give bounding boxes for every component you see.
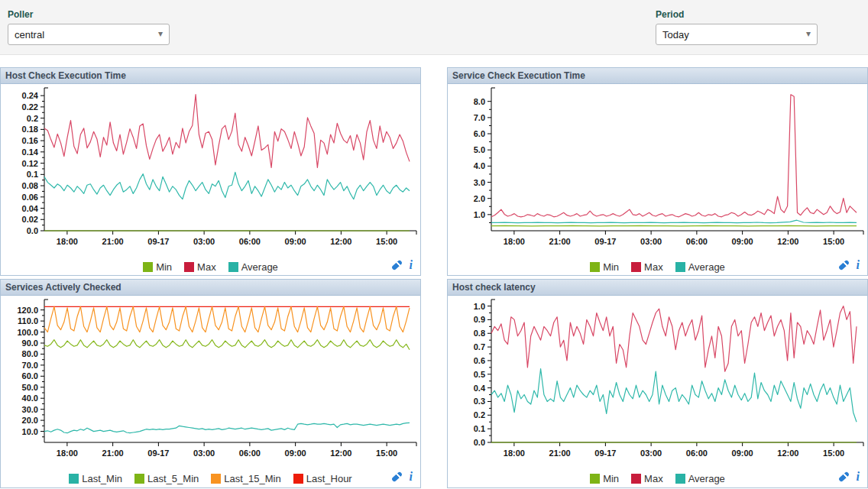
chart-actions: i bbox=[391, 471, 413, 482]
svg-text:21:00: 21:00 bbox=[549, 237, 571, 246]
svg-text:0.9: 0.9 bbox=[474, 315, 485, 324]
chart-legend: MinMaxAverage bbox=[448, 473, 867, 484]
svg-text:2.0: 2.0 bbox=[474, 194, 485, 203]
svg-text:0.14: 0.14 bbox=[22, 147, 39, 157]
svg-text:03:00: 03:00 bbox=[193, 237, 215, 246]
svg-text:18:00: 18:00 bbox=[504, 449, 525, 458]
svg-text:0.0: 0.0 bbox=[27, 226, 38, 235]
legend-item-average: Average bbox=[675, 261, 725, 273]
svg-text:03:00: 03:00 bbox=[640, 449, 662, 458]
filter-bar: Poller central ▾ Period Today ▾ bbox=[0, 0, 868, 55]
series-max bbox=[491, 306, 857, 372]
svg-text:0.18: 0.18 bbox=[22, 125, 38, 134]
svg-text:5.0: 5.0 bbox=[474, 145, 485, 154]
svg-text:50.0: 50.0 bbox=[22, 383, 38, 392]
legend-item-last-5-min: Last_5_Min bbox=[134, 473, 199, 484]
legend-label: Max bbox=[644, 473, 663, 484]
svg-text:18:00: 18:00 bbox=[57, 449, 78, 458]
svg-text:03:00: 03:00 bbox=[640, 237, 662, 246]
legend-label: Average bbox=[241, 261, 278, 273]
svg-text:09-17: 09-17 bbox=[594, 237, 616, 246]
svg-text:09:00: 09:00 bbox=[732, 449, 753, 458]
legend-label: Last_Min bbox=[82, 473, 122, 484]
svg-text:15:00: 15:00 bbox=[823, 237, 844, 246]
svg-text:40.0: 40.0 bbox=[22, 393, 38, 403]
legend-label: Max bbox=[644, 261, 663, 273]
svg-text:21:00: 21:00 bbox=[102, 449, 124, 458]
legend-item-max: Max bbox=[184, 261, 216, 273]
chart-canvas: 0.240.220.20.180.160.140.120.10.080.060.… bbox=[1, 84, 420, 252]
svg-text:0.04: 0.04 bbox=[22, 204, 39, 213]
svg-text:1.0: 1.0 bbox=[474, 302, 485, 311]
svg-text:60.0: 60.0 bbox=[22, 371, 38, 381]
svg-text:18:00: 18:00 bbox=[504, 237, 525, 246]
info-icon[interactable]: i bbox=[410, 471, 413, 482]
svg-text:03:00: 03:00 bbox=[193, 449, 215, 458]
panel-host-check-execution-time: Host Check Execution Time 0.240.220.20.1… bbox=[0, 67, 421, 276]
legend-label: Average bbox=[688, 473, 725, 484]
legend-label: Average bbox=[688, 261, 725, 273]
series-average bbox=[491, 369, 857, 423]
info-icon[interactable]: i bbox=[857, 471, 860, 482]
svg-text:3.0: 3.0 bbox=[474, 178, 485, 187]
svg-text:12:00: 12:00 bbox=[777, 237, 798, 246]
legend-label: Min bbox=[603, 261, 619, 273]
legend-label: Last_Hour bbox=[306, 473, 352, 484]
svg-text:09:00: 09:00 bbox=[285, 449, 306, 458]
chart-canvas: 1.00.90.80.70.60.50.40.30.20.10.018:0021… bbox=[448, 296, 867, 464]
svg-text:0.2: 0.2 bbox=[474, 410, 485, 419]
legend-swatch bbox=[228, 262, 238, 272]
svg-text:15:00: 15:00 bbox=[376, 237, 397, 246]
series-average bbox=[491, 220, 857, 222]
panel-service-check-execution-time: Service Check Execution Time 8.07.06.05.… bbox=[447, 67, 868, 276]
chart-actions: i bbox=[838, 260, 860, 270]
svg-text:0.5: 0.5 bbox=[474, 370, 485, 379]
svg-text:0.2: 0.2 bbox=[27, 114, 38, 123]
panel-services-actively-checked: Services Actively Checked 120.0110.0100.… bbox=[0, 279, 421, 488]
legend-label: Min bbox=[156, 261, 172, 273]
panel-host-check-latency: Host check latency 1.00.90.80.70.60.50.4… bbox=[447, 279, 868, 488]
svg-text:0.16: 0.16 bbox=[22, 136, 38, 145]
svg-text:12:00: 12:00 bbox=[330, 237, 351, 246]
chart-body: 120.0110.0100.090.080.070.060.050.040.03… bbox=[1, 296, 420, 487]
chart-canvas: 8.07.06.05.04.03.02.01.018:0021:0009-170… bbox=[448, 84, 867, 252]
legend-item-min: Min bbox=[143, 261, 172, 273]
svg-text:15:00: 15:00 bbox=[823, 449, 844, 458]
legend-label: Min bbox=[603, 473, 619, 484]
svg-text:1.0: 1.0 bbox=[474, 210, 485, 219]
svg-text:0.02: 0.02 bbox=[22, 215, 38, 224]
svg-text:12:00: 12:00 bbox=[777, 449, 798, 458]
legend-swatch bbox=[293, 474, 303, 484]
info-icon[interactable]: i bbox=[857, 260, 860, 270]
poller-select[interactable]: central bbox=[8, 24, 170, 45]
svg-text:10.0: 10.0 bbox=[22, 427, 38, 436]
edit-pencil-icon[interactable] bbox=[390, 260, 402, 270]
edit-pencil-icon[interactable] bbox=[390, 471, 402, 482]
period-select[interactable]: Today bbox=[656, 24, 818, 45]
svg-text:21:00: 21:00 bbox=[102, 237, 124, 246]
svg-text:0.1: 0.1 bbox=[474, 424, 485, 433]
svg-text:30.0: 30.0 bbox=[22, 405, 38, 414]
legend-item-last-15-min: Last_15_Min bbox=[211, 473, 280, 484]
svg-text:6.0: 6.0 bbox=[474, 129, 485, 138]
edit-pencil-icon[interactable] bbox=[837, 260, 849, 270]
legend-item-max: Max bbox=[631, 473, 663, 484]
edit-pencil-icon[interactable] bbox=[837, 471, 849, 482]
svg-text:0.3: 0.3 bbox=[474, 397, 485, 406]
legend-swatch bbox=[675, 474, 685, 484]
svg-text:0.08: 0.08 bbox=[22, 181, 38, 190]
svg-text:09:00: 09:00 bbox=[732, 237, 753, 246]
svg-text:0.4: 0.4 bbox=[474, 384, 486, 393]
poller-control: Poller central ▾ bbox=[8, 9, 170, 45]
svg-text:06:00: 06:00 bbox=[239, 449, 261, 458]
svg-text:0.8: 0.8 bbox=[474, 329, 485, 338]
chart-actions: i bbox=[391, 260, 413, 270]
info-icon[interactable]: i bbox=[410, 260, 413, 270]
legend-swatch bbox=[631, 262, 641, 272]
svg-text:8.0: 8.0 bbox=[474, 97, 485, 106]
svg-text:0.6: 0.6 bbox=[474, 356, 485, 365]
series-last-min bbox=[44, 423, 410, 432]
legend-swatch bbox=[675, 262, 685, 272]
svg-text:0.24: 0.24 bbox=[22, 91, 39, 100]
legend-swatch bbox=[69, 474, 79, 484]
